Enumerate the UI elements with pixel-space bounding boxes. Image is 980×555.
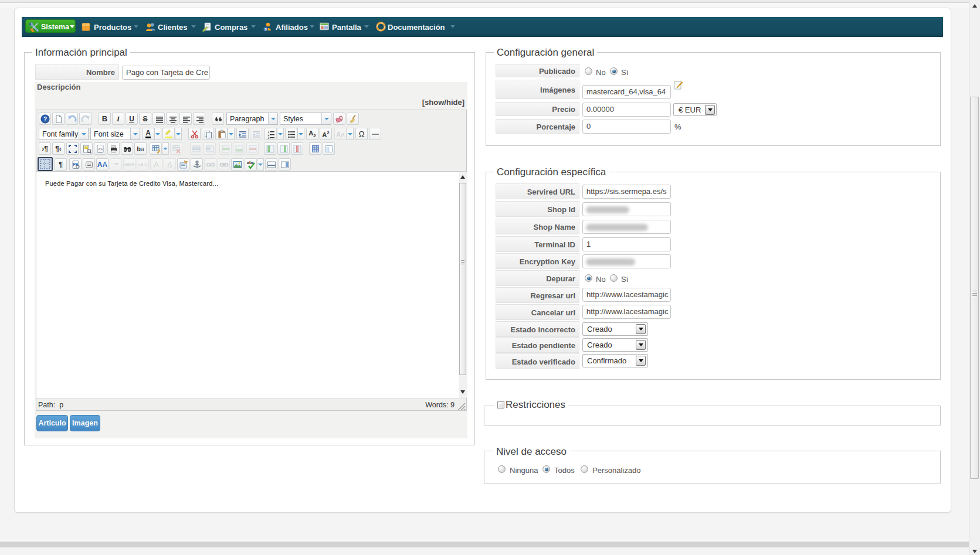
svg-text:PB: PB xyxy=(73,162,78,166)
svg-text:<>: <> xyxy=(97,147,102,151)
svg-text:3: 3 xyxy=(267,135,269,139)
svg-text:?: ? xyxy=(43,115,46,122)
